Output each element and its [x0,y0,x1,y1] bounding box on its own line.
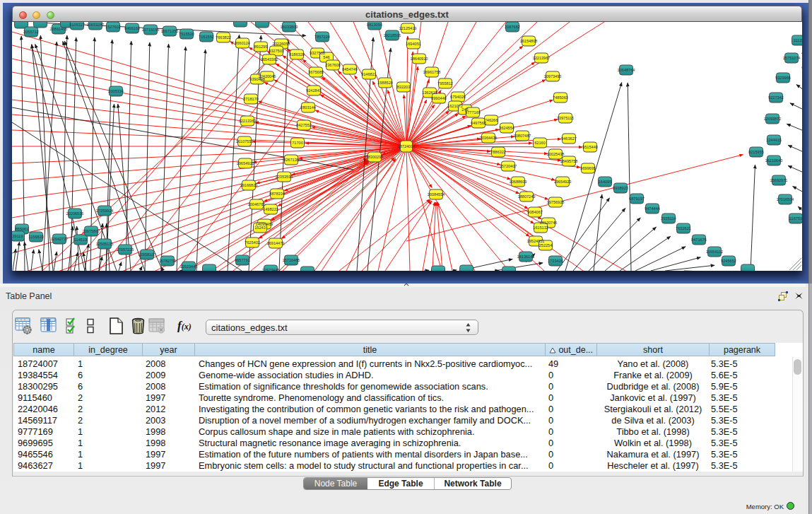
svg-text:891295: 891295 [254,45,268,49]
svg-text:2005334: 2005334 [108,89,124,93]
svg-text:19756928: 19756928 [547,200,565,204]
svg-text:16543362: 16543362 [261,57,278,62]
svg-text:17957225: 17957225 [117,247,134,252]
svg-text:10653287: 10653287 [87,23,105,27]
svg-text:855061: 855061 [16,227,29,231]
svg-text:1694051: 1694051 [406,42,421,46]
svg-text:16914479: 16914479 [267,241,285,245]
svg-text:1498222: 1498222 [263,207,278,211]
svg-text:13975115: 13975115 [557,116,574,120]
svg-text:20891406: 20891406 [50,27,68,31]
svg-text:1733426: 1733426 [548,259,563,263]
svg-text:18807249: 18807249 [518,194,536,199]
svg-text:8267130: 8267130 [283,158,299,162]
svg-text:7515520: 7515520 [179,32,194,36]
svg-text:8466160: 8466160 [124,26,140,30]
svg-text:8660124: 8660124 [235,41,250,45]
svg-text:3105327: 3105327 [69,23,85,27]
svg-text:1362615: 1362615 [422,90,437,95]
svg-text:9657791: 9657791 [235,258,250,262]
svg-text:8938923: 8938923 [613,186,628,190]
svg-text:19218506: 19218506 [384,33,401,37]
svg-text:18724007: 18724007 [398,144,416,148]
svg-text:19384554: 19384554 [428,192,445,197]
svg-text:7632621: 7632621 [676,226,691,230]
svg-text:746266: 746266 [485,118,498,122]
svg-text:3624554: 3624554 [499,126,514,130]
svg-text:2935114: 2935114 [661,216,676,221]
svg-text:7886322: 7886322 [490,150,506,154]
svg-text:116753: 116753 [789,216,802,221]
svg-text:164095: 164095 [599,180,612,184]
svg-text:1615132: 1615132 [533,226,548,230]
svg-text:12213363: 12213363 [239,119,257,123]
svg-text:16154808: 16154808 [520,39,538,43]
svg-text:12093872: 12093872 [764,117,782,121]
svg-text:12125419: 12125419 [399,26,417,30]
svg-text:71700: 71700 [292,141,303,145]
svg-text:15751074: 15751074 [783,56,801,60]
svg-text:17359924: 17359924 [96,209,114,213]
svg-text:16782759: 16782759 [159,259,177,263]
svg-text:15692971: 15692971 [770,178,788,182]
svg-text:16961758: 16961758 [423,70,441,74]
svg-text:10807487: 10807487 [514,134,531,138]
svg-text:10025438: 10025438 [547,152,565,156]
svg-text:9242843: 9242843 [306,88,322,93]
svg-text:9327503: 9327503 [269,49,284,53]
svg-text:18495758: 18495758 [560,159,578,163]
svg-text:9515440: 9515440 [582,145,598,149]
svg-text:13958107: 13958107 [139,252,156,257]
svg-text:10719155: 10719155 [142,28,160,32]
svg-text:10046766: 10046766 [248,202,266,206]
svg-text:10688609: 10688609 [510,180,527,184]
svg-text:8813054: 8813054 [367,23,382,27]
svg-text:6794028: 6794028 [450,95,466,99]
svg-text:8990448: 8990448 [431,96,447,100]
svg-text:1588520: 1588520 [377,81,393,85]
svg-text:19654925: 19654925 [237,161,254,165]
svg-text:9146821: 9146821 [361,72,377,76]
svg-text:9245652: 9245652 [721,259,736,263]
svg-text:14136141: 14136141 [517,255,535,259]
svg-text:8878334: 8878334 [269,192,285,196]
svg-text:15716485: 15716485 [283,258,300,262]
svg-text:10654112: 10654112 [706,250,723,254]
svg-text:9777169: 9777169 [465,110,481,115]
svg-text:16120746: 16120746 [540,221,558,225]
svg-text:9463627: 9463627 [561,136,577,141]
svg-text:62160: 62160 [534,141,546,145]
svg-text:15243: 15243 [254,226,266,230]
svg-text:8471676: 8471676 [691,238,707,242]
svg-text:16033809: 16033809 [281,25,298,29]
svg-text:252254: 252254 [539,243,553,247]
svg-text:12942737: 12942737 [51,237,69,241]
svg-text:114519: 114519 [74,238,87,242]
svg-text:12353594: 12353594 [276,175,293,179]
svg-text:16671355: 16671355 [161,29,179,33]
svg-text:2055712: 2055712 [23,30,39,34]
svg-text:16107553: 16107553 [236,139,254,144]
svg-text:7663822: 7663822 [216,35,231,40]
svg-text:12505135: 12505135 [96,242,114,246]
svg-text:16210643: 16210643 [765,158,783,163]
svg-text:12923445: 12923445 [180,264,198,269]
svg-text:20206536: 20206536 [66,211,84,216]
svg-text:7485063: 7485063 [553,95,568,100]
svg-text:11125: 11125 [794,38,802,42]
svg-text:39119: 39119 [12,234,23,238]
svg-text:7151552: 7151552 [199,35,214,39]
svg-text:832203: 832203 [397,85,411,89]
svg-text:6497568: 6497568 [471,121,486,125]
svg-text:9084067: 9084067 [527,210,543,214]
svg-text:20364436: 20364436 [480,136,498,140]
svg-text:2803144: 2803144 [300,105,316,110]
svg-text:8215955: 8215955 [748,150,764,154]
svg-text:23226058: 23226058 [273,42,290,46]
svg-text:3675685: 3675685 [308,70,324,74]
svg-text:6879197: 6879197 [629,197,645,201]
svg-text:8454749: 8454749 [342,67,358,71]
svg-text:1156829: 1156829 [28,235,43,239]
svg-text:10973493: 10973493 [544,74,562,78]
svg-text:15720407: 15720407 [500,164,517,168]
